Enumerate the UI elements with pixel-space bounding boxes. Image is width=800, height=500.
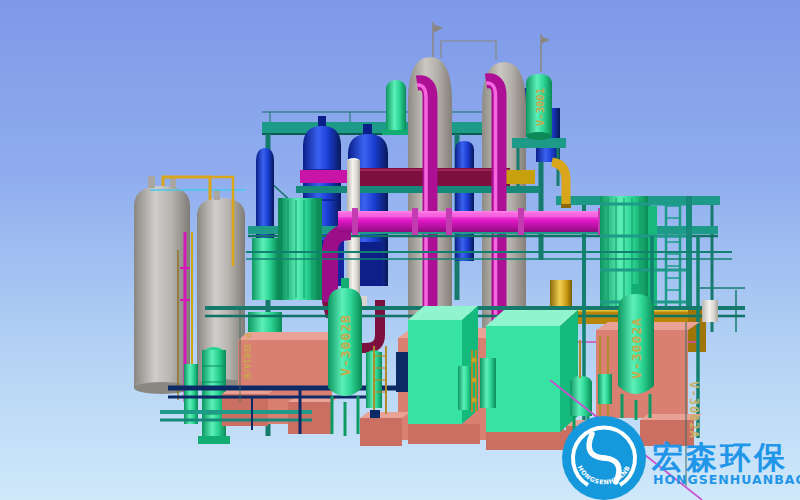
render-viewport: V-3001 — [0, 0, 800, 500]
label-v3001: V-3001 — [534, 88, 546, 126]
tag-v3002a-text: V-3002A — [687, 381, 701, 439]
mint-tank-box-2 — [486, 310, 578, 432]
mint-cylinder-top — [382, 80, 410, 135]
plant-3d-scene: V-3001 — [0, 0, 800, 500]
tag-p3001ab-text: P-3001A/B — [242, 333, 252, 379]
brand-name-zh: 宏森环保 — [651, 439, 788, 475]
label-v3002b: V-3002B — [338, 314, 353, 376]
brand-name-en: HONGSENHUANBAO — [653, 472, 800, 487]
small-pump-far-right — [702, 300, 718, 322]
storage-tank-left-1 — [134, 176, 190, 394]
label-v3002a: V-3002A — [629, 317, 644, 379]
blue-column-center — [455, 141, 474, 261]
vessel-v3002b: V-3002B — [328, 278, 362, 436]
